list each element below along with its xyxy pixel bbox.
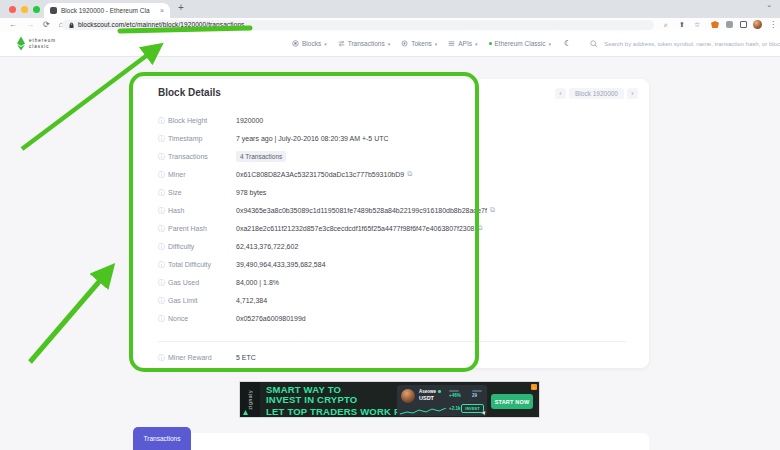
detail-row: ⓘ Gas Limit 4,712,384 xyxy=(158,291,633,309)
search-input[interactable] xyxy=(602,40,780,48)
back-icon[interactable]: ← xyxy=(9,21,17,29)
annotation-arrow-bottom xyxy=(30,269,110,362)
detail-label: Gas Used xyxy=(168,279,199,286)
tab-overview-chevron-icon[interactable]: ⌄ xyxy=(766,1,772,9)
nav-network-selector[interactable]: Ethereum Classic▾ xyxy=(489,40,551,47)
detail-row: ⓘ Nonce 0x05276a600980199d xyxy=(158,309,633,327)
info-icon: ⓘ xyxy=(158,261,165,268)
info-icon: ⓘ xyxy=(158,153,165,160)
detail-value: 0x94365e3a8c0b35089c1d1195081fe7489b528a… xyxy=(236,207,487,214)
blockscout-favicon-icon xyxy=(50,7,57,14)
dark-mode-toggle-icon[interactable]: ☾ xyxy=(564,39,571,48)
browser-tab-strip: Block 1920000 - Ethereum Cla × + ⌄ xyxy=(0,0,780,18)
nav-tokens[interactable]: Tokens▾ xyxy=(401,40,437,47)
share-icon[interactable]: ⬆ xyxy=(679,21,685,28)
info-icon: ⓘ xyxy=(158,135,165,142)
browser-profile-avatar[interactable] xyxy=(753,20,762,29)
browser-tab[interactable]: Block 1920000 - Ethereum Cla × xyxy=(44,3,170,18)
next-block-button[interactable]: › xyxy=(627,88,638,99)
ad-trader-card: Aseowe USDT +46% 29 +2.1k INVEST ➤ xyxy=(397,385,487,416)
ad-info-icon[interactable]: i xyxy=(531,384,537,390)
prev-block-button[interactable]: ‹ xyxy=(555,88,566,99)
trader-stat-1: +46% xyxy=(449,393,461,398)
detail-row: ⓘ Block Height 1920000 xyxy=(158,111,633,129)
ethereum-classic-logo[interactable]: ethereum classic xyxy=(16,36,56,51)
detail-label: Size xyxy=(168,189,182,196)
block-details-card: Block Details ‹ Block 1920000 › ⓘ Block … xyxy=(133,79,649,368)
detail-row: ⓘ Hash 0x94365e3a8c0b35089c1d1195081fe74… xyxy=(158,201,633,219)
tab-transactions[interactable]: Transactions xyxy=(133,427,191,450)
trader-avatar xyxy=(401,389,415,403)
nav-transactions[interactable]: Transactions▾ xyxy=(338,40,390,47)
forward-icon[interactable]: → xyxy=(26,21,34,29)
reload-icon[interactable]: ⟳ xyxy=(43,21,50,29)
detail-value: 62,413,376,722,602 xyxy=(236,243,298,250)
maximize-window-button[interactable] xyxy=(33,6,40,13)
close-tab-icon[interactable]: × xyxy=(160,7,164,14)
blocks-icon xyxy=(292,40,299,47)
detail-row: ⓘ Miner 0x61C808D82A3Ac53231750daDc13c77… xyxy=(158,165,633,183)
url-bar[interactable]: blockscout.com/etc/mainnet/block/1920000… xyxy=(62,20,654,30)
detail-value: 0x61C808D82A3Ac53231750daDc13c777b59310b… xyxy=(236,171,404,178)
detail-value: 1920000 xyxy=(236,117,263,124)
bookmark-star-icon[interactable]: ☆ xyxy=(694,21,700,28)
detail-label: Nonce xyxy=(168,315,188,322)
minimize-window-button[interactable] xyxy=(21,6,28,13)
header-nav: Blocks▾ Transactions▾ Tokens▾ APIs▾ Ethe… xyxy=(292,31,780,56)
detail-label: Hash xyxy=(168,207,184,214)
sidebar-extension-icon[interactable] xyxy=(740,21,747,28)
copy-icon[interactable]: ⧉ xyxy=(490,206,495,214)
tokens-icon xyxy=(401,40,408,47)
trader-name: Aseowe xyxy=(419,389,436,394)
trader-stat-3: +2.1k xyxy=(449,406,460,411)
etc-diamond-icon xyxy=(16,36,26,51)
detail-row: ⓘ Gas Used 84,000 | 1.8% xyxy=(158,273,633,291)
url-text: blockscout.com/etc/mainnet/block/1920000… xyxy=(78,21,244,28)
ad-banner[interactable]: zignaly SMART WAY TO INVEST IN CRYPTO LE… xyxy=(239,381,540,418)
transactions-card xyxy=(133,433,649,450)
detail-label: Block Height xyxy=(168,117,207,124)
detail-value: 0xa218e2c611f21232d857e3c8cecdcdf1f65f25… xyxy=(236,225,474,232)
detail-value: 978 bytes xyxy=(236,189,266,196)
card-title: Block Details xyxy=(158,87,221,98)
info-icon: ⓘ xyxy=(158,189,165,196)
copy-icon[interactable]: ⧉ xyxy=(407,170,412,178)
tab-title: Block 1920000 - Ethereum Cla xyxy=(61,7,156,14)
chevron-down-icon: ▾ xyxy=(475,41,478,47)
trader-stat-2: 29 xyxy=(472,393,482,398)
block-details-rows: ⓘ Block Height 1920000 ⓘ Timestamp 7 yea… xyxy=(158,111,633,327)
browser-menu-icon[interactable]: ⋮ xyxy=(769,20,777,29)
detail-row: ⓘ Timestamp 7 years ago | July-20-2016 0… xyxy=(158,129,633,147)
chevron-down-icon: ▾ xyxy=(548,41,551,47)
search-icon xyxy=(590,40,598,48)
extensions-puzzle-icon[interactable] xyxy=(726,21,733,28)
close-window-button[interactable] xyxy=(9,6,16,13)
nav-blocks[interactable]: Blocks▾ xyxy=(292,40,327,47)
copy-icon[interactable]: ⧉ xyxy=(477,224,482,232)
detail-label: Gas Limit xyxy=(168,297,198,304)
lock-icon xyxy=(69,22,74,28)
start-now-button[interactable]: START NOW xyxy=(491,394,533,409)
info-icon: ⓘ xyxy=(158,315,165,322)
detail-label: Difficulty xyxy=(168,243,194,250)
detail-label: Transactions xyxy=(168,153,208,160)
detail-row: ⓘ Transactions 4 Transactions xyxy=(158,147,633,165)
cursor-pointer-icon: ➤ xyxy=(479,408,488,416)
current-block-pill: Block 1920000 xyxy=(569,88,624,99)
search-icon[interactable]: ⌕ xyxy=(664,21,668,28)
ad-brand: zignaly xyxy=(247,390,253,410)
zignaly-logo-icon xyxy=(243,410,248,415)
detail-value: 4 Transactions xyxy=(236,151,286,162)
detail-label: Miner xyxy=(168,171,186,178)
detail-label: Total Difficulty xyxy=(168,261,211,268)
info-icon: ⓘ xyxy=(158,207,165,214)
info-icon: ⓘ xyxy=(158,279,165,286)
detail-value: 5 ETC xyxy=(236,354,256,361)
nav-apis[interactable]: APIs▾ xyxy=(448,40,477,47)
verified-dot-icon xyxy=(438,390,441,393)
detail-label: Parent Hash xyxy=(168,225,207,232)
new-tab-button[interactable]: + xyxy=(178,2,184,13)
info-icon: ⓘ xyxy=(158,297,165,304)
detail-row: ⓘ Miner Reward 5 ETC xyxy=(158,348,633,366)
logo-line2: classic xyxy=(29,44,56,50)
